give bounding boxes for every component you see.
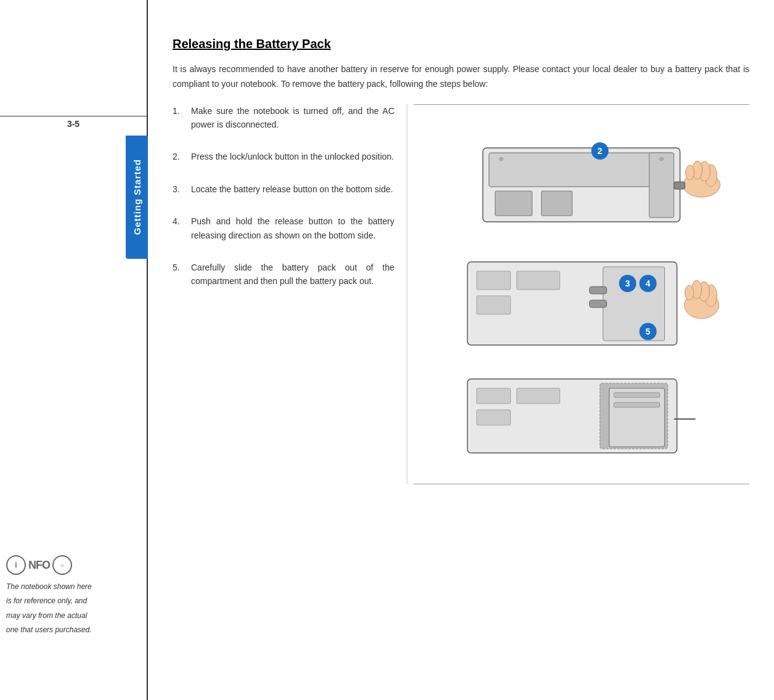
svg-text:4: 4 [646,279,651,288]
svg-rect-20 [590,287,607,294]
laptop-image-2: 3 4 5 [413,240,749,364]
svg-rect-3 [495,191,532,216]
content-area: 1. Make sure the notebook is turned off,… [173,104,749,484]
svg-rect-2 [650,153,674,218]
laptop-svg-2: 3 4 5 [413,240,749,360]
info-note-text: The notebook shown here is for reference… [6,581,141,636]
svg-point-5 [500,157,503,161]
svg-rect-37 [614,402,660,407]
page-title: Releasing the Battery Pack [173,37,749,51]
nfo-text: NFO [28,559,50,572]
top-divider [413,104,749,105]
svg-rect-18 [477,296,511,314]
svg-point-11 [686,165,695,180]
info-circle-icon: ○ [52,555,72,575]
svg-point-26 [685,285,694,300]
svg-rect-4 [542,191,572,216]
laptop-svg-1: 2 [413,117,749,240]
info-note-section: i NFO ○ The notebook shown here is for r… [6,555,141,638]
images-column: 2 [407,104,749,484]
svg-rect-40 [517,388,560,404]
info-line2: is for reference only, and [6,595,141,607]
svg-rect-17 [477,271,511,290]
page-number: 3-5 [0,116,147,129]
svg-text:2: 2 [598,146,603,156]
step-4-number: 4. [173,214,185,242]
step-1-text: Make sure the notebook is turned off, an… [191,104,394,132]
svg-rect-12 [674,182,685,189]
svg-text:3: 3 [625,279,630,288]
steps-list: 1. Make sure the notebook is turned off,… [173,104,394,484]
laptop-image-3 [413,360,749,465]
bottom-divider [413,484,749,484]
step-2: 2. Press the lock/unlock button in the u… [173,150,394,163]
svg-rect-39 [477,410,511,425]
svg-rect-38 [477,388,511,404]
step-3-number: 3. [173,182,185,196]
svg-rect-19 [517,271,560,290]
step-2-number: 2. [173,150,185,163]
svg-rect-36 [614,393,660,397]
laptop-svg-3 [413,360,749,462]
info-line4: one that users purchased. [6,624,141,636]
step-2-text: Press the lock/unlock button in the unlo… [191,150,394,163]
step-3: 3. Locate the battery release button on … [173,182,394,196]
info-line3: may vary from the actual [6,610,141,622]
step-1-number: 1. [173,104,185,132]
chapter-tab: Getting Started [126,136,148,259]
intro-paragraph: It is always recommended to have another… [173,62,749,92]
laptop-image-1: 2 [413,117,749,240]
sidebar: 3-5 Getting Started i NFO ○ The notebook… [0,0,148,700]
step-5-text: Carefully slide the battery pack out of … [191,261,394,288]
svg-point-6 [660,157,664,161]
info-icon: i [6,555,26,575]
step-5: 5. Carefully slide the battery pack out … [173,261,394,288]
main-content: Releasing the Battery Pack It is always … [148,0,774,700]
step-3-text: Locate the battery release button on the… [191,182,394,196]
chapter-tab-label: Getting Started [132,159,142,235]
svg-rect-21 [590,300,607,307]
svg-rect-1 [489,153,674,187]
info-line1: The notebook shown here [6,581,141,593]
step-4: 4. Push and hold the release button to t… [173,214,394,242]
svg-text:5: 5 [646,327,651,336]
step-4-text: Push and hold the release button to the … [191,214,394,242]
step-1: 1. Make sure the notebook is turned off,… [173,104,394,132]
info-icons: i NFO ○ [6,555,141,575]
step-5-number: 5. [173,261,185,288]
